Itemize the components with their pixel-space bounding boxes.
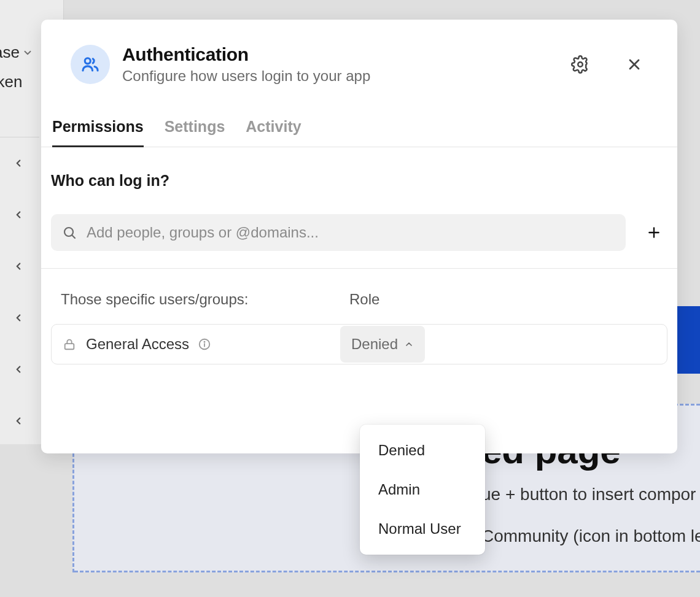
search-input[interactable] [87, 224, 615, 241]
tab-permissions[interactable]: Permissions [52, 118, 144, 147]
role-option-admin[interactable]: Admin [360, 470, 485, 509]
info-icon [198, 337, 211, 351]
search-row [51, 214, 667, 251]
access-row-general: General Access Denied [51, 324, 667, 364]
access-row-label: General Access [86, 336, 189, 353]
tab-label: Permissions [52, 118, 144, 135]
role-option-normal-user[interactable]: Normal User [360, 509, 485, 549]
close-button[interactable] [621, 51, 648, 78]
lock-icon [63, 337, 76, 351]
role-option-label: Denied [378, 442, 425, 458]
svg-line-5 [72, 235, 75, 238]
plus-icon [646, 225, 662, 241]
column-role-label: Role [349, 291, 658, 308]
role-dropdown-trigger[interactable]: Denied [340, 326, 425, 363]
modal-subtitle: Configure how users login to your app [122, 67, 554, 85]
role-cell: Denied [340, 325, 425, 364]
lock-icon-wrapper [63, 337, 76, 351]
add-button[interactable] [640, 219, 667, 246]
modal-title-block: Authentication Configure how users login… [122, 44, 554, 85]
role-option-label: Normal User [378, 520, 461, 537]
chevron-up-icon [404, 339, 414, 349]
role-option-denied[interactable]: Denied [360, 431, 485, 470]
tab-settings[interactable]: Settings [165, 118, 225, 147]
divider [41, 268, 677, 269]
svg-rect-8 [65, 344, 74, 349]
role-dropdown-menu: Denied Admin Normal User [360, 425, 485, 555]
info-icon-wrapper[interactable] [198, 337, 211, 351]
tab-label: Activity [246, 118, 301, 135]
modal-header: Authentication Configure how users login… [41, 20, 677, 99]
settings-button[interactable] [567, 51, 594, 78]
gear-icon [571, 55, 589, 74]
columns-header: Those specific users/groups: Role [51, 291, 667, 324]
modal-title: Authentication [122, 44, 554, 65]
search-box[interactable] [51, 214, 626, 251]
svg-point-11 [204, 342, 205, 342]
section-title: Who can log in? [51, 172, 667, 190]
svg-point-1 [578, 62, 583, 67]
search-icon [62, 225, 77, 240]
tab-activity[interactable]: Activity [246, 118, 301, 147]
tab-label: Settings [165, 118, 225, 135]
tab-bar: Permissions Settings Activity [41, 99, 677, 147]
close-icon [626, 56, 643, 73]
authentication-modal: Authentication Configure how users login… [41, 20, 677, 453]
column-users-label: Those specific users/groups: [61, 291, 349, 308]
role-option-label: Admin [378, 481, 420, 498]
modal-body: Who can log in? Those specific users/gro… [41, 147, 677, 364]
modal-icon-avatar [71, 45, 110, 84]
svg-point-0 [85, 58, 90, 64]
role-value: Denied [351, 336, 398, 353]
people-icon [80, 54, 101, 75]
